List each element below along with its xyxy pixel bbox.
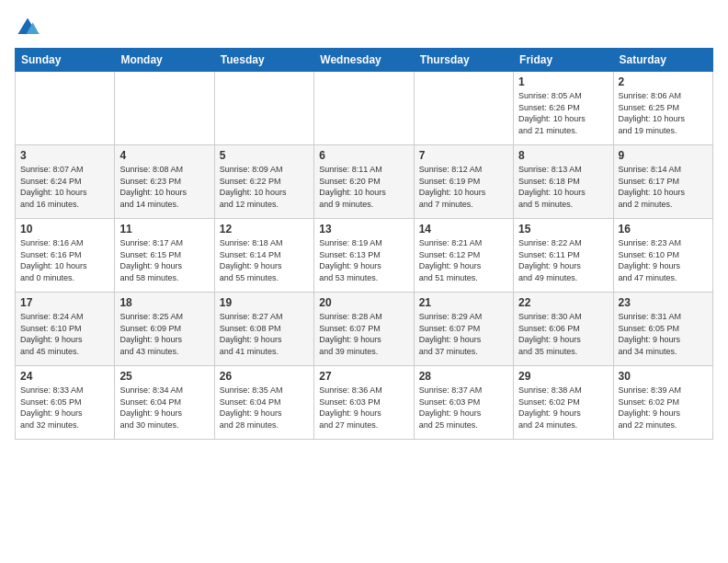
calendar-day-cell: 15Sunrise: 8:22 AM Sunset: 6:11 PM Dayli…: [514, 219, 613, 293]
day-number: 4: [119, 149, 209, 162]
day-number: 29: [518, 370, 608, 383]
day-number: 17: [20, 296, 109, 309]
calendar-day-cell: 8Sunrise: 8:13 AM Sunset: 6:18 PM Daylig…: [514, 145, 613, 219]
weekday-header: Wednesday: [314, 49, 414, 72]
day-number: 12: [220, 223, 309, 236]
calendar-day-cell: 25Sunrise: 8:34 AM Sunset: 6:04 PM Dayli…: [115, 366, 214, 440]
day-number: 26: [220, 370, 309, 383]
calendar-day-cell: [214, 72, 313, 145]
calendar-table: SundayMondayTuesdayWednesdayThursdayFrid…: [15, 48, 713, 440]
day-info: Sunrise: 8:24 AM Sunset: 6:10 PM Dayligh…: [20, 311, 109, 357]
day-number: 25: [119, 370, 209, 383]
calendar-day-cell: 11Sunrise: 8:17 AM Sunset: 6:15 PM Dayli…: [115, 219, 214, 293]
day-info: Sunrise: 8:19 AM Sunset: 6:13 PM Dayligh…: [319, 237, 408, 283]
day-info: Sunrise: 8:33 AM Sunset: 6:05 PM Dayligh…: [20, 385, 109, 431]
day-number: 16: [619, 223, 708, 236]
logo: [15, 15, 44, 40]
day-info: Sunrise: 8:13 AM Sunset: 6:18 PM Dayligh…: [518, 164, 608, 210]
day-info: Sunrise: 8:05 AM Sunset: 6:26 PM Dayligh…: [518, 90, 608, 136]
calendar-day-cell: 19Sunrise: 8:27 AM Sunset: 6:08 PM Dayli…: [214, 293, 313, 366]
calendar-day-cell: 26Sunrise: 8:35 AM Sunset: 6:04 PM Dayli…: [214, 366, 313, 440]
day-info: Sunrise: 8:23 AM Sunset: 6:10 PM Dayligh…: [619, 237, 708, 283]
weekday-header: Monday: [115, 49, 214, 72]
day-info: Sunrise: 8:11 AM Sunset: 6:20 PM Dayligh…: [319, 164, 408, 210]
calendar-day-cell: 5Sunrise: 8:09 AM Sunset: 6:22 PM Daylig…: [214, 145, 313, 219]
calendar-week-row: 3Sunrise: 8:07 AM Sunset: 6:24 PM Daylig…: [16, 145, 713, 219]
calendar-day-cell: 27Sunrise: 8:36 AM Sunset: 6:03 PM Dayli…: [314, 366, 414, 440]
day-info: Sunrise: 8:31 AM Sunset: 6:05 PM Dayligh…: [619, 311, 708, 357]
calendar-day-cell: 4Sunrise: 8:08 AM Sunset: 6:23 PM Daylig…: [115, 145, 214, 219]
day-info: Sunrise: 8:14 AM Sunset: 6:17 PM Dayligh…: [619, 164, 708, 210]
weekday-header: Sunday: [16, 49, 115, 72]
calendar-week-row: 10Sunrise: 8:16 AM Sunset: 6:16 PM Dayli…: [16, 219, 713, 293]
calendar-day-cell: 7Sunrise: 8:12 AM Sunset: 6:19 PM Daylig…: [414, 145, 513, 219]
day-number: 24: [20, 370, 109, 383]
day-number: 23: [619, 296, 708, 309]
calendar-day-cell: 1Sunrise: 8:05 AM Sunset: 6:26 PM Daylig…: [514, 72, 613, 145]
page-header: [15, 15, 713, 40]
day-info: Sunrise: 8:09 AM Sunset: 6:22 PM Dayligh…: [220, 164, 309, 210]
weekday-header: Thursday: [414, 49, 513, 72]
calendar-day-cell: 9Sunrise: 8:14 AM Sunset: 6:17 PM Daylig…: [613, 145, 712, 219]
calendar-day-cell: 18Sunrise: 8:25 AM Sunset: 6:09 PM Dayli…: [115, 293, 214, 366]
calendar-week-row: 17Sunrise: 8:24 AM Sunset: 6:10 PM Dayli…: [16, 293, 713, 366]
day-info: Sunrise: 8:16 AM Sunset: 6:16 PM Dayligh…: [20, 237, 109, 283]
calendar-day-cell: 2Sunrise: 8:06 AM Sunset: 6:25 PM Daylig…: [613, 72, 712, 145]
day-number: 1: [518, 75, 608, 88]
calendar-day-cell: 6Sunrise: 8:11 AM Sunset: 6:20 PM Daylig…: [314, 145, 414, 219]
day-info: Sunrise: 8:39 AM Sunset: 6:02 PM Dayligh…: [619, 385, 708, 431]
day-number: 15: [518, 223, 608, 236]
day-number: 5: [220, 149, 309, 162]
day-info: Sunrise: 8:21 AM Sunset: 6:12 PM Dayligh…: [419, 237, 508, 283]
day-number: 14: [419, 223, 508, 236]
weekday-header: Tuesday: [214, 49, 313, 72]
day-info: Sunrise: 8:30 AM Sunset: 6:06 PM Dayligh…: [518, 311, 608, 357]
weekday-header: Saturday: [613, 49, 712, 72]
day-info: Sunrise: 8:28 AM Sunset: 6:07 PM Dayligh…: [319, 311, 408, 357]
calendar-day-cell: 23Sunrise: 8:31 AM Sunset: 6:05 PM Dayli…: [613, 293, 712, 366]
calendar-week-row: 24Sunrise: 8:33 AM Sunset: 6:05 PM Dayli…: [16, 366, 713, 440]
day-number: 18: [119, 296, 209, 309]
day-number: 22: [518, 296, 608, 309]
day-number: 10: [20, 223, 109, 236]
day-info: Sunrise: 8:22 AM Sunset: 6:11 PM Dayligh…: [518, 237, 608, 283]
calendar-day-cell: 20Sunrise: 8:28 AM Sunset: 6:07 PM Dayli…: [314, 293, 414, 366]
day-info: Sunrise: 8:27 AM Sunset: 6:08 PM Dayligh…: [220, 311, 309, 357]
day-info: Sunrise: 8:35 AM Sunset: 6:04 PM Dayligh…: [220, 385, 309, 431]
calendar-day-cell: 22Sunrise: 8:30 AM Sunset: 6:06 PM Dayli…: [514, 293, 613, 366]
calendar-day-cell: 30Sunrise: 8:39 AM Sunset: 6:02 PM Dayli…: [613, 366, 712, 440]
day-info: Sunrise: 8:07 AM Sunset: 6:24 PM Dayligh…: [20, 164, 109, 210]
day-info: Sunrise: 8:25 AM Sunset: 6:09 PM Dayligh…: [119, 311, 209, 357]
calendar-day-cell: 28Sunrise: 8:37 AM Sunset: 6:03 PM Dayli…: [414, 366, 513, 440]
day-number: 3: [20, 149, 109, 162]
day-number: 9: [619, 149, 708, 162]
day-number: 6: [319, 149, 408, 162]
day-number: 11: [119, 223, 209, 236]
page-container: SundayMondayTuesdayWednesdayThursdayFrid…: [0, 0, 728, 447]
calendar-header-row: SundayMondayTuesdayWednesdayThursdayFrid…: [16, 49, 713, 72]
day-number: 21: [419, 296, 508, 309]
calendar-day-cell: 10Sunrise: 8:16 AM Sunset: 6:16 PM Dayli…: [16, 219, 115, 293]
calendar-day-cell: 17Sunrise: 8:24 AM Sunset: 6:10 PM Dayli…: [16, 293, 115, 366]
day-number: 27: [319, 370, 408, 383]
day-info: Sunrise: 8:12 AM Sunset: 6:19 PM Dayligh…: [419, 164, 508, 210]
weekday-header: Friday: [514, 49, 613, 72]
day-info: Sunrise: 8:37 AM Sunset: 6:03 PM Dayligh…: [419, 385, 508, 431]
calendar-day-cell: 24Sunrise: 8:33 AM Sunset: 6:05 PM Dayli…: [16, 366, 115, 440]
calendar-day-cell: [115, 72, 214, 145]
day-number: 7: [419, 149, 508, 162]
day-info: Sunrise: 8:29 AM Sunset: 6:07 PM Dayligh…: [419, 311, 508, 357]
day-number: 30: [619, 370, 708, 383]
calendar-day-cell: 13Sunrise: 8:19 AM Sunset: 6:13 PM Dayli…: [314, 219, 414, 293]
calendar-day-cell: 29Sunrise: 8:38 AM Sunset: 6:02 PM Dayli…: [514, 366, 613, 440]
day-info: Sunrise: 8:08 AM Sunset: 6:23 PM Dayligh…: [119, 164, 209, 210]
calendar-week-row: 1Sunrise: 8:05 AM Sunset: 6:26 PM Daylig…: [16, 72, 713, 145]
day-info: Sunrise: 8:38 AM Sunset: 6:02 PM Dayligh…: [518, 385, 608, 431]
day-number: 19: [220, 296, 309, 309]
calendar-day-cell: [314, 72, 414, 145]
day-info: Sunrise: 8:18 AM Sunset: 6:14 PM Dayligh…: [220, 237, 309, 283]
day-info: Sunrise: 8:17 AM Sunset: 6:15 PM Dayligh…: [119, 237, 209, 283]
calendar-day-cell: 21Sunrise: 8:29 AM Sunset: 6:07 PM Dayli…: [414, 293, 513, 366]
logo-icon: [15, 15, 40, 40]
day-number: 13: [319, 223, 408, 236]
